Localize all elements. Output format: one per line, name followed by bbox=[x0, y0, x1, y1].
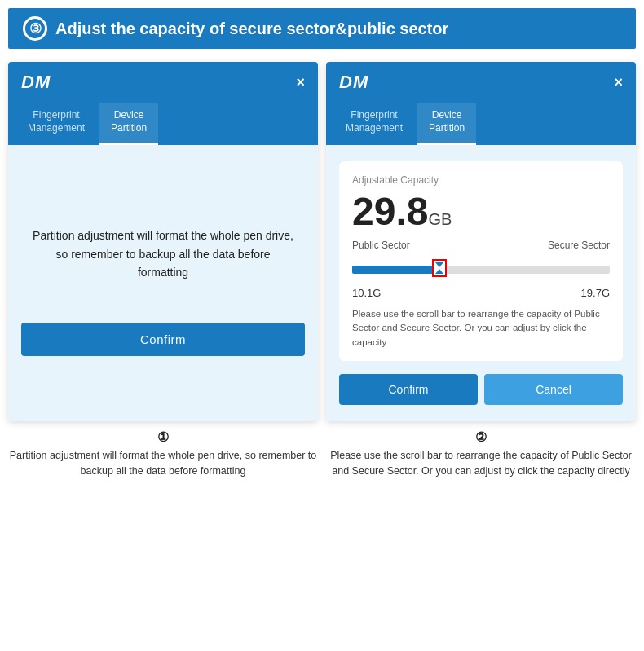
left-dialog: DM × FingerprintManagement DevicePartiti… bbox=[8, 62, 318, 421]
capacity-card: Adjustable Capacity 29.8GB Public Sector… bbox=[339, 161, 623, 361]
steps-row: ① Partition adjustment will format the w… bbox=[0, 429, 644, 479]
sector-values: 10.1G 19.7G bbox=[352, 287, 610, 299]
public-value: 10.1G bbox=[352, 287, 381, 299]
left-tabs: FingerprintManagement DevicePartition bbox=[8, 103, 318, 145]
right-dialog-buttons: Confirm Cancel bbox=[339, 374, 623, 405]
warning-text: Partition adjustment will format the who… bbox=[21, 210, 305, 297]
left-tab-partition[interactable]: DevicePartition bbox=[99, 103, 158, 145]
right-dialog-header: DM × bbox=[326, 62, 636, 103]
capacity-hint: Please use the scroll bar to rearrange t… bbox=[352, 307, 610, 350]
right-confirm-button[interactable]: Confirm bbox=[339, 374, 478, 405]
right-close-button[interactable]: × bbox=[614, 75, 623, 90]
right-dialog: DM × FingerprintManagement DevicePartiti… bbox=[326, 62, 636, 421]
step-1-col: ① Partition adjustment will format the w… bbox=[8, 429, 318, 479]
step-2-num: ② bbox=[326, 429, 636, 445]
capacity-unit: GB bbox=[428, 210, 452, 228]
slider-fill bbox=[352, 266, 439, 274]
step-2-desc: Please use the scroll bar to rearrange t… bbox=[326, 448, 636, 479]
slider-thumb[interactable] bbox=[432, 259, 447, 277]
right-logo: DM bbox=[339, 72, 368, 93]
left-logo: DM bbox=[21, 72, 51, 93]
slider-arrow-down-icon bbox=[435, 262, 443, 267]
right-tab-fingerprint[interactable]: FingerprintManagement bbox=[334, 103, 414, 145]
sector-labels: Public Sector Secure Sector bbox=[352, 240, 610, 251]
right-tab-partition[interactable]: DevicePartition bbox=[417, 103, 476, 145]
secure-sector-label: Secure Sector bbox=[548, 240, 610, 251]
step-circle: ③ bbox=[23, 16, 47, 41]
capacity-value: 29.8GB bbox=[352, 192, 610, 231]
capacity-number: 29.8 bbox=[352, 190, 428, 233]
step-1-desc: Partition adjustment will format the who… bbox=[8, 448, 318, 479]
left-close-button[interactable]: × bbox=[296, 75, 305, 90]
slider-arrow-up-icon bbox=[435, 269, 443, 274]
left-tab-fingerprint[interactable]: FingerprintManagement bbox=[16, 103, 96, 145]
main-area: DM × FingerprintManagement DevicePartiti… bbox=[0, 49, 644, 429]
left-dialog-body: Partition adjustment will format the who… bbox=[8, 145, 318, 421]
right-dialog-body: Adjustable Capacity 29.8GB Public Sector… bbox=[326, 145, 636, 421]
slider-track bbox=[352, 266, 610, 274]
right-cancel-button[interactable]: Cancel bbox=[484, 374, 623, 405]
capacity-label: Adjustable Capacity bbox=[352, 174, 610, 186]
right-tabs: FingerprintManagement DevicePartition bbox=[326, 103, 636, 145]
public-sector-label: Public Sector bbox=[352, 240, 410, 251]
step-banner: ③ Adjust the capacity of secure sector&p… bbox=[8, 8, 636, 49]
left-confirm-button[interactable]: Confirm bbox=[21, 323, 305, 356]
left-dialog-header: DM × bbox=[8, 62, 318, 103]
secure-value: 19.7G bbox=[581, 287, 610, 299]
banner-title: Adjust the capacity of secure sector&pub… bbox=[55, 20, 448, 38]
step-2-col: ② Please use the scroll bar to rearrange… bbox=[326, 429, 636, 479]
capacity-slider-container[interactable] bbox=[352, 254, 610, 284]
step-1-num: ① bbox=[8, 429, 318, 445]
